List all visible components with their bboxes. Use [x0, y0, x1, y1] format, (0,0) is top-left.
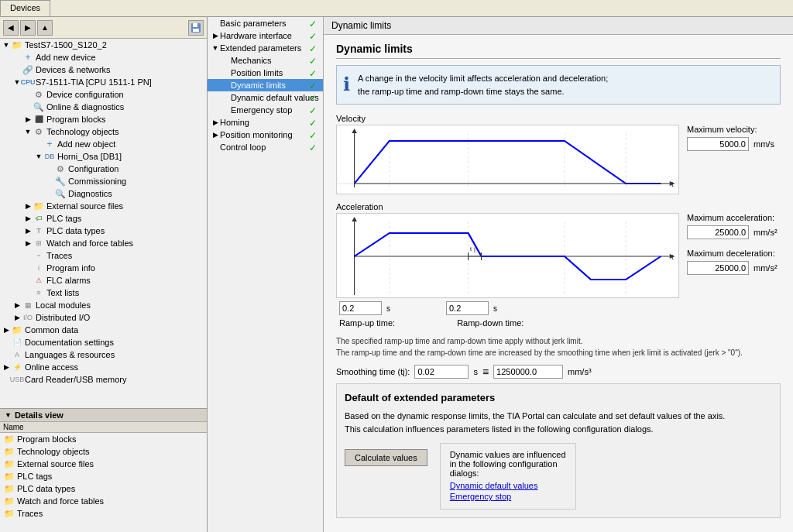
tree-icon-traces: ~ [33, 250, 45, 261]
left-tree-item-watch_force[interactable]: ▶⊞Watch and force tables [0, 237, 207, 249]
link-dynamic-default[interactable]: Dynamic default values [450, 481, 566, 490]
tree-arrow-prog_blocks[interactable]: ▶ [23, 115, 33, 123]
ramp-down-input[interactable] [446, 301, 489, 315]
mid-item-4[interactable]: Position limits✓ [208, 67, 323, 79]
ramp-up-input[interactable] [339, 301, 382, 315]
link-emergency-stop[interactable]: Emergency stop [450, 492, 566, 501]
left-tree-item-online_access[interactable]: ▶⚡Online access [0, 361, 207, 373]
tree-arrow-horni_osa[interactable]: ▼ [34, 153, 43, 160]
mid-label-5: Dynamic limits [231, 81, 286, 90]
calc-btn[interactable]: Calculate values [345, 449, 427, 466]
velocity-section: Velocity [336, 114, 781, 194]
mid-arrow-9[interactable]: ▶ [211, 131, 220, 139]
tree-arrow-ext_source[interactable]: ▶ [23, 202, 33, 210]
left-toolbar: ◀ ▶ ▲ [0, 17, 207, 39]
back-button[interactable]: ◀ [3, 20, 19, 36]
left-tree-item-languages[interactable]: ALanguages & resources [0, 348, 207, 361]
details-item-1[interactable]: 📁Technology objects [0, 445, 207, 458]
ramp-labels-row: Ramp-up time: Ramp-down time: [339, 318, 781, 328]
tree-arrow-distributed_io[interactable]: ▶ [12, 314, 22, 321]
mid-item-10[interactable]: Control loop✓ [208, 141, 323, 153]
mid-arrow-1[interactable]: ▶ [211, 32, 220, 39]
left-tree-item-card_reader[interactable]: USBCard Reader/USB memory [0, 373, 207, 386]
mid-item-8[interactable]: ▶Homing✓ [208, 116, 323, 129]
mid-item-9[interactable]: ▶Position monitoring✓ [208, 129, 323, 141]
details-item-4[interactable]: 📁PLC data types [0, 482, 207, 495]
details-item-3[interactable]: 📁PLC tags [0, 470, 207, 482]
tree-icon-card_reader: USB [11, 374, 23, 385]
details-col-header: Name [0, 422, 207, 433]
left-tree-item-common_data[interactable]: ▶📁Common data [0, 324, 207, 336]
details-item-5[interactable]: 📁Watch and force tables [0, 495, 207, 507]
details-item-0[interactable]: 📁Program blocks [0, 433, 207, 445]
mid-item-3[interactable]: Mechanics✓ [208, 54, 323, 67]
velocity-chart: t [336, 125, 679, 194]
details-item-6[interactable]: 📁Traces [0, 507, 207, 518]
tree-arrow-local_modules[interactable]: ▶ [12, 301, 22, 309]
tab-devices[interactable]: Devices [0, 0, 50, 16]
max-decel-input[interactable] [687, 261, 749, 275]
left-tree-item-plc_tags[interactable]: ▶🏷PLC tags [0, 212, 207, 225]
info-links-title: Dynamic values are influencedin the foll… [450, 450, 566, 478]
max-accel-input[interactable] [687, 225, 749, 239]
details-item-2[interactable]: 📁External source files [0, 458, 207, 470]
tree-arrow-plc_tags[interactable]: ▶ [23, 215, 33, 222]
smoothing-row: Smoothing time (tj): s ≡ mm/s³ [336, 365, 781, 379]
mid-arrow-8[interactable]: ▶ [211, 118, 220, 126]
left-tree-item-device_config[interactable]: ⚙Device configuration [0, 88, 207, 101]
left-tree-item-testS7[interactable]: ▼📁TestS7-1500_S120_2 [0, 39, 207, 51]
tree-icon-distributed_io: I/O [22, 312, 34, 323]
tree-arrow-common_data[interactable]: ▶ [2, 326, 11, 334]
mid-item-5[interactable]: Dynamic limits✓ [208, 79, 323, 91]
acceleration-label: Acceleration [336, 202, 781, 211]
left-tree-item-devices_networks[interactable]: 🔗Devices & networks [0, 63, 207, 76]
tree-label-plc_alarms: FLC alarms [46, 276, 91, 285]
mid-item-1[interactable]: ▶Hardware interface✓ [208, 29, 323, 42]
left-tree-item-commissioning[interactable]: 🔧Commissioning [0, 175, 207, 187]
up-button[interactable]: ▲ [37, 20, 53, 36]
left-tree-item-add_obj[interactable]: +Add new object [0, 138, 207, 150]
middle-panel: Basic parameters✓▶Hardware interface✓▼Ex… [208, 17, 324, 532]
tree-arrow-plc_data[interactable]: ▶ [23, 227, 33, 235]
info-line2: the ramp-up time and ramp-down time stay… [358, 85, 608, 98]
left-tree-item-prog_info[interactable]: iProgram info [0, 262, 207, 274]
details-icon-6: 📁 [3, 508, 15, 518]
tree-icon-text_lists: ≡ [33, 287, 45, 298]
max-velocity-input[interactable] [687, 137, 749, 151]
tree-label-plc_tags: PLC tags [46, 214, 81, 223]
tree-arrow-testS7[interactable]: ▼ [2, 41, 11, 49]
mid-item-0[interactable]: Basic parameters✓ [208, 17, 323, 29]
tree-arrow-watch_force[interactable]: ▶ [23, 239, 33, 247]
left-tree-item-ext_source[interactable]: ▶📁External source files [0, 200, 207, 212]
left-tree-item-traces[interactable]: ~Traces [0, 249, 207, 262]
jerk-input[interactable] [493, 365, 563, 379]
left-tree-item-prog_blocks[interactable]: ▶⬛Program blocks [0, 113, 207, 125]
left-tree-item-add_device[interactable]: +Add new device [0, 51, 207, 63]
tree-label-card_reader: Card Reader/USB memory [25, 375, 126, 384]
left-tree-item-local_modules[interactable]: ▶▦Local modules [0, 299, 207, 311]
mid-item-7[interactable]: Emergency stop✓ [208, 104, 323, 116]
left-tree-item-doc_settings[interactable]: 📄Documentation settings [0, 336, 207, 348]
left-tree-item-plc_alarms[interactable]: ⚠FLC alarms [0, 274, 207, 287]
left-tree-item-configuration[interactable]: ⚙Configuration [0, 163, 207, 175]
left-tree-item-distributed_io[interactable]: ▶I/ODistributed I/O [0, 311, 207, 324]
save-button[interactable] [188, 20, 204, 36]
details-header[interactable]: ▼ Details view [0, 409, 207, 422]
mid-item-2[interactable]: ▼Extended parameters✓ [208, 42, 323, 54]
left-tree-item-tech_objects[interactable]: ▼⚙Technology objects [0, 125, 207, 138]
smoothing-input[interactable] [414, 365, 469, 379]
left-tree-item-plc_data[interactable]: ▶TPLC data types [0, 225, 207, 237]
top-tab-bar: Devices [0, 0, 793, 17]
tree-arrow-tech_objects[interactable]: ▼ [23, 128, 33, 136]
left-tree-item-online_diag[interactable]: 🔍Online & diagnostics [0, 101, 207, 113]
tree-arrow-online_access[interactable]: ▶ [2, 363, 11, 371]
left-tree-item-horni_osa[interactable]: ▼DBHorni_Osa [DB1] [0, 150, 207, 163]
mid-arrow-2[interactable]: ▼ [211, 44, 220, 52]
details-label-1: Technology objects [17, 447, 90, 456]
left-tree-item-cpu[interactable]: ▼CPUS7-1511-TIA [CPU 1511-1 PN] [0, 76, 207, 88]
mid-item-6[interactable]: Dynamic default values✓ [208, 91, 323, 104]
left-tree-item-diagnostics[interactable]: 🔍Diagnostics [0, 187, 207, 200]
right-header: Dynamic limits [324, 17, 793, 35]
forward-button[interactable]: ▶ [20, 20, 36, 36]
left-tree-item-text_lists[interactable]: ≡Text lists [0, 287, 207, 299]
